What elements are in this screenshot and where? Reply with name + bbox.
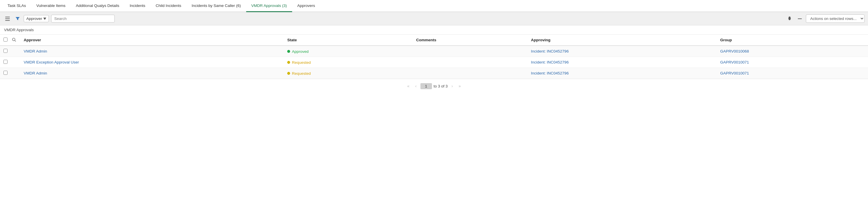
filter-dropdown[interactable]: Approver [24, 15, 49, 22]
tab-vulnerable-items[interactable]: Vulnerable Items [31, 0, 71, 12]
row-state: Requested [284, 57, 413, 68]
chevron-down-icon [43, 18, 46, 20]
row-icon-cell [11, 46, 20, 57]
prev-page-button[interactable]: ‹ [413, 82, 419, 90]
row-comments [413, 46, 527, 57]
row-checkbox[interactable] [3, 71, 7, 75]
row-checkbox-cell [0, 68, 11, 79]
col-group: Group [717, 35, 868, 46]
table-search-icon[interactable] [12, 38, 16, 42]
svg-line-5 [15, 40, 16, 42]
row-comments [413, 68, 527, 79]
page-info: to 3 of 3 [434, 84, 448, 88]
row-checkbox-cell [0, 57, 11, 68]
row-icon-cell [11, 57, 20, 68]
tab-incidents[interactable]: Incidents [125, 0, 151, 12]
search-col-header [11, 35, 20, 46]
row-approver: VMDR Admin [20, 46, 284, 57]
row-approving: Incident: INC0452796 [528, 68, 717, 79]
pagination: « ‹ to 3 of 3 › » [0, 79, 868, 93]
col-approving: Approving [528, 35, 717, 46]
toolbar-left: Approver [3, 15, 783, 23]
approver-link[interactable]: VMDR Admin [24, 49, 47, 54]
actions-dropdown[interactable]: Actions on selected rows... [806, 14, 865, 23]
approver-link[interactable]: VMDR Exception Approval User [24, 60, 79, 64]
collapse-button[interactable] [796, 17, 804, 21]
tab-vmdr-approvals[interactable]: VMDR Approvals (3) [246, 0, 292, 12]
row-icon-cell [11, 68, 20, 79]
tab-additional-qualys-details[interactable]: Additional Qualys Details [71, 0, 125, 12]
settings-button[interactable] [786, 15, 794, 22]
row-comments [413, 57, 527, 68]
tab-approvers[interactable]: Approvers [292, 0, 320, 12]
row-checkbox[interactable] [3, 60, 7, 64]
svg-rect-2 [5, 20, 10, 21]
tabs-bar: Task SLAsVulnerable ItemsAdditional Qual… [0, 0, 868, 12]
status-text: Approved [292, 49, 309, 54]
col-comments: Comments [413, 35, 527, 46]
row-state: Requested [284, 68, 413, 79]
tab-task-slas[interactable]: Task SLAs [2, 0, 31, 12]
svg-rect-3 [798, 19, 802, 19]
toolbar-right: Actions on selected rows... [786, 14, 865, 23]
row-group: GAPRV0010071 [717, 57, 868, 68]
toolbar: Approver Actions on selected rows... [0, 12, 868, 25]
row-checkbox[interactable] [3, 49, 7, 53]
row-approver: VMDR Admin [20, 68, 284, 79]
menu-button[interactable] [3, 15, 11, 22]
table-row: VMDR Exception Approval UserRequestedInc… [0, 57, 868, 68]
status-dot-icon [287, 72, 290, 75]
group-link[interactable]: GAPRV0010071 [720, 60, 749, 64]
search-input[interactable] [51, 15, 115, 23]
tab-incidents-by-same-caller[interactable]: Incidents by Same Caller (6) [186, 0, 246, 12]
table-row: VMDR AdminRequestedIncident: INC0452796G… [0, 68, 868, 79]
row-state: Approved [284, 46, 413, 57]
table-body: VMDR AdminApprovedIncident: INC0452796GA… [0, 46, 868, 79]
row-group: GAPRV0010071 [717, 68, 868, 79]
approving-link[interactable]: Incident: INC0452796 [531, 60, 569, 64]
filter-label: Approver [26, 16, 42, 21]
group-link[interactable]: GAPRV0010068 [720, 49, 749, 54]
approvals-table: Approver State Comments Approving Group … [0, 35, 868, 79]
approver-link[interactable]: VMDR Admin [24, 71, 47, 75]
tab-child-incidents[interactable]: Child Incidents [151, 0, 187, 12]
approving-link[interactable]: Incident: INC0452796 [531, 49, 569, 54]
select-all-header [0, 35, 11, 46]
group-link[interactable]: GAPRV0010071 [720, 71, 749, 75]
svg-rect-0 [5, 17, 10, 17]
last-page-button[interactable]: » [457, 82, 463, 90]
col-approver: Approver [20, 35, 284, 46]
table-header: Approver State Comments Approving Group [0, 35, 868, 46]
first-page-button[interactable]: « [405, 82, 411, 90]
table-wrap: Approver State Comments Approving Group … [0, 35, 868, 79]
status-text: Requested [292, 60, 311, 64]
table-row: VMDR AdminApprovedIncident: INC0452796GA… [0, 46, 868, 57]
row-approver: VMDR Exception Approval User [20, 57, 284, 68]
svg-rect-1 [5, 19, 10, 19]
next-page-button[interactable]: › [449, 82, 455, 90]
select-all-checkbox[interactable] [3, 38, 7, 42]
col-state: State [284, 35, 413, 46]
status-text: Requested [292, 71, 311, 75]
svg-point-4 [12, 38, 15, 41]
approving-link[interactable]: Incident: INC0452796 [531, 71, 569, 75]
row-group: GAPRV0010068 [717, 46, 868, 57]
row-checkbox-cell [0, 46, 11, 57]
section-label: VMDR Approvals [0, 25, 868, 35]
status-dot-icon [287, 61, 290, 64]
row-approving: Incident: INC0452796 [528, 57, 717, 68]
status-dot-icon [287, 50, 290, 53]
filter-button[interactable] [14, 15, 21, 22]
page-number-input[interactable] [421, 83, 432, 89]
row-approving: Incident: INC0452796 [528, 46, 717, 57]
